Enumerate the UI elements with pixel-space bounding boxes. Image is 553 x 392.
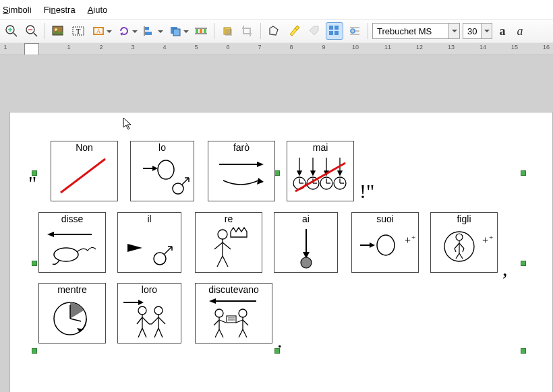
period: . [277, 329, 283, 352]
horizontal-ruler[interactable]: 112345678910111213141516 [0, 43, 553, 55]
svg-line-126 [219, 329, 223, 337]
symbol-while-icon [39, 296, 105, 392]
grid-icon[interactable] [326, 22, 343, 40]
align-icon[interactable] [141, 22, 158, 40]
comma: , [502, 257, 508, 280]
svg-rect-14 [145, 27, 149, 30]
svg-marker-13 [120, 32, 123, 36]
font-size-combo[interactable]: 30 [463, 23, 492, 39]
highlighter-icon[interactable] [285, 22, 303, 40]
toolbar-separator [214, 23, 214, 39]
selection-handle[interactable] [274, 170, 280, 176]
svg-rect-18 [173, 29, 180, 36]
svg-text:+: + [482, 234, 488, 246]
snap-icon[interactable] [346, 22, 363, 40]
svg-line-124 [219, 320, 226, 323]
selection-handle[interactable] [521, 170, 526, 176]
menu-finestra[interactable]: Finestra [44, 5, 76, 15]
svg-marker-37 [152, 166, 158, 171]
svg-point-112 [154, 306, 163, 315]
svg-rect-133 [227, 316, 236, 323]
zoom-in-icon[interactable] [3, 22, 20, 40]
chevron-down-icon[interactable] [183, 29, 189, 34]
svg-point-38 [158, 160, 174, 179]
tile-faro[interactable]: farò [208, 141, 275, 201]
chevron-down-icon[interactable] [132, 29, 138, 34]
svg-line-97 [459, 253, 463, 259]
tile-label: re [196, 213, 262, 225]
tile-label: mai [287, 141, 353, 154]
zoom-out-icon[interactable] [23, 22, 40, 40]
svg-line-130 [243, 320, 248, 325]
menu-bar: Simboli Finestra Aiuto [0, 0, 553, 19]
distribute-icon[interactable] [192, 22, 210, 40]
tile-loro[interactable]: loro [117, 283, 181, 344]
svg-line-96 [456, 253, 459, 259]
shadow-icon[interactable] [219, 22, 236, 40]
tile-disse[interactable]: disse [38, 212, 106, 273]
toolbar: T A Trebuchet MS [0, 19, 553, 43]
svg-text:+: + [411, 233, 415, 241]
chevron-down-icon[interactable] [158, 29, 163, 34]
frame-icon[interactable]: A [90, 22, 107, 40]
svg-rect-20 [200, 29, 202, 33]
tile-label: lo [131, 141, 194, 154]
ruler-indent-marker[interactable] [24, 43, 39, 55]
menu-simboli[interactable]: Simboli [3, 5, 32, 15]
chevron-down-icon[interactable] [107, 29, 112, 34]
symbol-they-icon [118, 296, 181, 392]
svg-rect-25 [225, 29, 232, 36]
selection-handle[interactable] [32, 261, 37, 266]
font-name-combo[interactable]: Trebuchet MS [372, 23, 460, 39]
svg-point-121 [215, 309, 223, 317]
svg-marker-49 [311, 171, 315, 175]
svg-rect-30 [334, 31, 339, 35]
toolbar-separator [260, 23, 261, 39]
selection-handle[interactable] [32, 348, 37, 354]
svg-line-78 [223, 242, 231, 249]
svg-rect-28 [334, 26, 339, 30]
tile-ai[interactable]: ai [274, 212, 338, 273]
italic-button[interactable]: a [513, 24, 527, 38]
tile-label: farò [208, 141, 274, 154]
tile-non[interactable]: Non [51, 141, 118, 201]
tile-mentre[interactable]: mentre [38, 283, 106, 344]
symbol-discussed-icon [196, 296, 272, 392]
page[interactable]: " !" , . Non lo [9, 112, 553, 392]
tile-suoi[interactable]: suoi + + [351, 212, 419, 273]
chevron-down-icon[interactable] [481, 24, 492, 38]
crop-icon[interactable] [239, 22, 256, 40]
svg-marker-53 [338, 171, 342, 175]
tile-mai[interactable]: mai [287, 141, 354, 201]
tile-label: suoi [352, 213, 418, 225]
tile-discutevano[interactable]: discutevano [195, 283, 272, 344]
bold-button[interactable]: a [495, 24, 510, 38]
polygon-icon[interactable] [265, 22, 283, 40]
svg-marker-70 [127, 244, 142, 252]
svg-point-75 [218, 230, 227, 239]
svg-marker-47 [297, 171, 301, 175]
tile-lo[interactable]: lo [130, 141, 194, 201]
svg-rect-19 [196, 29, 198, 33]
open-quote: " [28, 172, 36, 195]
workspace[interactable]: " !" , . Non lo [0, 55, 553, 392]
tile-re[interactable]: re [195, 212, 262, 273]
image-icon[interactable] [49, 22, 67, 40]
selection-handle[interactable] [521, 261, 526, 266]
arrange-icon[interactable] [167, 22, 184, 40]
selection-handle[interactable] [521, 348, 526, 354]
tag-icon[interactable] [305, 22, 323, 40]
tile-figli[interactable]: figli + + [430, 212, 498, 273]
font-name-value: Trebuchet MS [373, 26, 448, 36]
svg-line-40 [182, 178, 189, 185]
text-box-icon[interactable]: T [69, 22, 87, 40]
toolbar-separator [368, 23, 368, 39]
tile-label: figli [431, 213, 497, 225]
font-size-value: 30 [463, 26, 481, 36]
chevron-down-icon[interactable] [448, 24, 459, 38]
tile-il[interactable]: il [117, 212, 181, 273]
rotate-icon[interactable] [115, 22, 133, 40]
bang-close-quote: !" [359, 180, 374, 203]
svg-line-92 [455, 243, 459, 249]
menu-aiuto[interactable]: Aiuto [88, 5, 108, 15]
